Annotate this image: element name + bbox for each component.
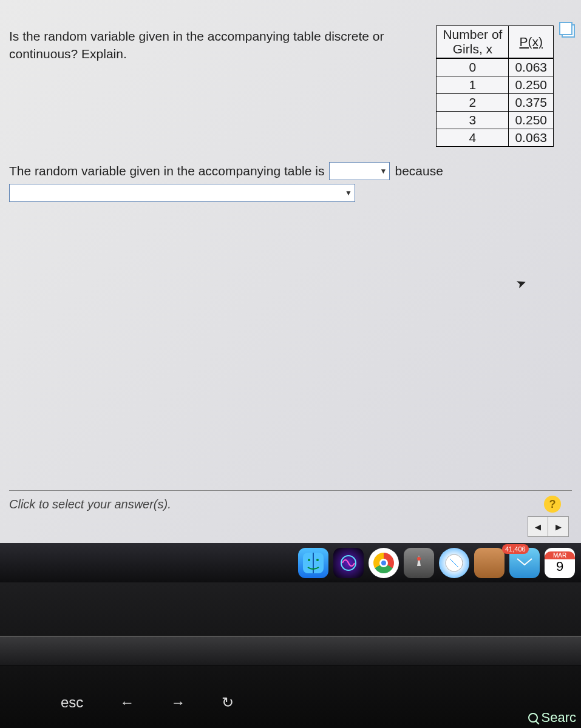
footer-hint: Click to select your answer(s).: [9, 497, 171, 511]
reload-key[interactable]: ↻: [222, 694, 234, 711]
mail-icon[interactable]: 41,406: [509, 548, 540, 578]
question-text: Is the random variable given in the acco…: [9, 12, 418, 147]
touchbar: [0, 636, 581, 666]
calendar-icon[interactable]: MAR 9: [545, 548, 575, 578]
nav-arrows: ◀ ▶: [528, 516, 569, 537]
next-button[interactable]: ▶: [548, 516, 569, 537]
question-row: Is the random variable given in the acco…: [9, 12, 572, 147]
cursor-icon: ➤: [514, 275, 528, 292]
finder-icon[interactable]: [298, 548, 328, 578]
answer-sentence-line2: ▼: [9, 184, 572, 202]
copy-icon[interactable]: [562, 24, 575, 38]
prev-button[interactable]: ◀: [528, 516, 548, 537]
dropdown-reason[interactable]: ▼: [9, 184, 355, 202]
assessment-screen: Is the random variable given in the acco…: [0, 0, 581, 543]
footer: Click to select your answer(s). ?: [9, 490, 572, 513]
dropdown-variable-type[interactable]: ▼: [329, 162, 390, 180]
svg-point-1: [308, 559, 310, 561]
back-key[interactable]: ←: [120, 694, 134, 711]
mail-badge: 41,406: [502, 544, 529, 554]
sentence-part1: The random variable given in the accompa…: [9, 164, 324, 178]
probability-table: Number of Girls, x P(x) 00.063 10.250 20…: [436, 25, 554, 147]
chevron-down-icon: ▼: [345, 189, 352, 197]
safari-icon[interactable]: [439, 548, 469, 578]
search-icon: [528, 713, 538, 723]
dock-app-icon[interactable]: [474, 548, 505, 578]
sentence-part2: because: [395, 164, 443, 178]
macos-dock: 41,406 MAR 9: [0, 543, 581, 582]
forward-key[interactable]: →: [171, 694, 185, 711]
table-row: 20.375: [437, 94, 554, 112]
table-header-px: P(x): [509, 26, 554, 59]
table-header-x: Number of Girls, x: [437, 26, 509, 59]
svg-point-4: [417, 557, 421, 561]
table-row: 40.063: [437, 129, 554, 147]
chrome-icon[interactable]: [369, 548, 399, 578]
svg-point-2: [316, 559, 319, 561]
table-row: 00.063: [437, 58, 554, 76]
search-stub: Searc: [528, 710, 576, 726]
chevron-down-icon: ▼: [380, 167, 387, 175]
calendar-month: MAR: [545, 551, 575, 559]
help-button[interactable]: ?: [544, 496, 561, 513]
esc-key[interactable]: esc: [61, 694, 83, 711]
siri-icon[interactable]: [333, 548, 364, 578]
table-row: 30.250: [437, 112, 554, 129]
answer-sentence: The random variable given in the accompa…: [9, 162, 572, 180]
touchbar-keys: esc ← → ↻: [61, 684, 581, 721]
calendar-day: 9: [545, 559, 575, 574]
laptop-keyboard-area: esc ← → ↻ Searc: [0, 582, 581, 728]
table-row: 10.250: [437, 76, 554, 94]
launchpad-icon[interactable]: [404, 548, 434, 578]
